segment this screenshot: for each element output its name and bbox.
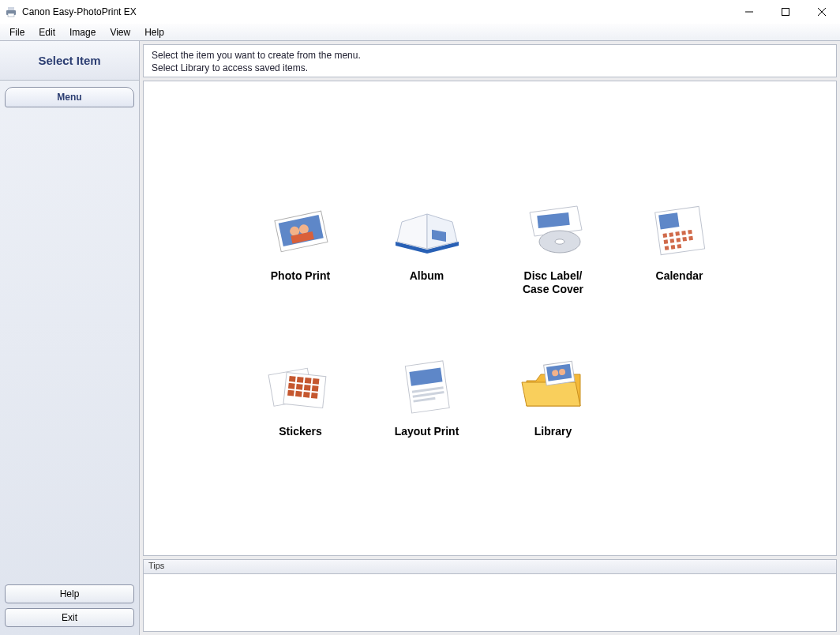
svg-rect-21	[658, 212, 679, 229]
tips-header: Tips	[143, 559, 837, 573]
item-stickers[interactable]: Stickers	[238, 349, 364, 444]
svg-rect-27	[663, 239, 668, 244]
item-label: Disc Label/ Case Cover	[523, 269, 583, 297]
titlebar: Canon Easy-PhotoPrint EX	[0, 0, 840, 24]
item-label: Stickers	[279, 425, 321, 439]
svg-rect-24	[675, 231, 680, 236]
svg-rect-1	[8, 7, 14, 10]
exit-button[interactable]: Exit	[5, 608, 134, 627]
svg-rect-42	[295, 384, 302, 390]
instruction-line2: Select Library to access saved items.	[152, 62, 828, 75]
item-label: Album	[410, 269, 444, 284]
svg-rect-26	[688, 230, 692, 235]
instruction-line1: Select the item you want to create from …	[152, 50, 828, 62]
minimize-button[interactable]	[731, 0, 767, 24]
sidebar-bottom: Help Exit	[0, 580, 139, 635]
sidebar-body: Menu	[0, 81, 139, 580]
menu-tab[interactable]: Menu	[5, 87, 134, 107]
item-label: Calendar	[656, 269, 703, 284]
menu-view[interactable]: View	[103, 25, 137, 39]
help-button[interactable]: Help	[5, 584, 134, 603]
photo-print-icon	[261, 198, 340, 261]
window-title: Canon Easy-PhotoPrint EX	[22, 6, 137, 17]
svg-rect-38	[296, 377, 303, 383]
svg-rect-32	[664, 246, 669, 250]
svg-rect-25	[681, 231, 686, 235]
svg-rect-46	[295, 391, 302, 397]
sidebar: Select Item Menu Help Exit	[0, 41, 140, 635]
svg-rect-31	[688, 236, 693, 241]
calendar-icon	[640, 198, 719, 261]
svg-rect-22	[662, 233, 667, 238]
svg-rect-2	[8, 13, 14, 17]
item-grid-area: Photo Print Album	[143, 81, 837, 556]
menu-file[interactable]: File	[3, 25, 31, 39]
item-album[interactable]: Album	[364, 194, 490, 302]
step-title: Select Item	[0, 41, 139, 81]
svg-rect-23	[669, 232, 673, 237]
menubar: File Edit Image View Help	[0, 24, 840, 41]
item-label: Library	[534, 425, 572, 439]
close-button[interactable]	[804, 0, 840, 24]
svg-rect-34	[677, 244, 681, 249]
menu-edit[interactable]: Edit	[32, 25, 62, 39]
svg-rect-37	[288, 376, 295, 382]
layout-print-icon	[388, 354, 467, 417]
disc-label-icon	[514, 198, 593, 261]
maximize-button[interactable]	[767, 0, 804, 24]
svg-rect-45	[287, 390, 294, 396]
svg-rect-30	[682, 237, 687, 242]
stickers-icon	[261, 354, 340, 417]
svg-rect-29	[676, 238, 681, 242]
svg-rect-48	[310, 393, 317, 399]
titlebar-left: Canon Easy-PhotoPrint EX	[5, 6, 137, 18]
instruction-box: Select the item you want to create from …	[143, 44, 837, 77]
printer-icon	[5, 6, 17, 18]
album-icon	[388, 198, 467, 261]
svg-rect-47	[302, 392, 309, 398]
svg-rect-39	[304, 378, 311, 384]
item-label: Layout Print	[395, 425, 459, 439]
svg-rect-4	[782, 9, 789, 16]
item-library[interactable]: Library	[490, 349, 617, 444]
tips-body	[143, 573, 837, 632]
item-layout-print[interactable]: Layout Print	[364, 349, 490, 444]
item-photo-print[interactable]: Photo Print	[238, 194, 364, 302]
svg-rect-44	[311, 385, 318, 392]
svg-rect-33	[670, 245, 675, 250]
svg-rect-40	[312, 378, 319, 385]
item-calendar[interactable]: Calendar	[617, 194, 743, 302]
item-grid: Photo Print Album	[238, 194, 743, 444]
item-label: Photo Print	[271, 269, 330, 284]
menu-help[interactable]: Help	[138, 25, 171, 39]
svg-rect-43	[303, 385, 310, 391]
svg-point-19	[555, 239, 564, 244]
content: Select Item Menu Help Exit Select the it…	[0, 41, 840, 635]
main-area: Select the item you want to create from …	[140, 41, 840, 635]
svg-rect-28	[669, 239, 674, 243]
item-disc-label[interactable]: Disc Label/ Case Cover	[490, 194, 617, 302]
menu-image[interactable]: Image	[63, 25, 102, 39]
svg-rect-41	[288, 383, 295, 389]
library-icon	[514, 354, 593, 417]
window-controls	[731, 0, 840, 24]
